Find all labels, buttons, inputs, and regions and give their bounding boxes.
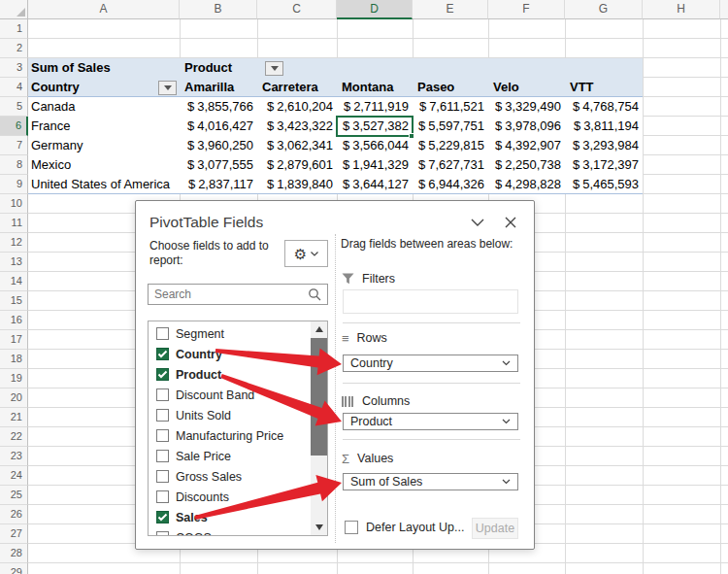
- row-header[interactable]: 28: [0, 544, 28, 563]
- row-header[interactable]: 26: [0, 505, 28, 524]
- pivot-cell[interactable]: Product: [184, 58, 232, 78]
- field-item[interactable]: Units Sold: [149, 405, 313, 425]
- row-header[interactable]: 3: [0, 58, 28, 78]
- column-header[interactable]: G: [565, 0, 643, 19]
- row-header[interactable]: 19: [0, 369, 28, 388]
- pivot-cell[interactable]: $2,879,601: [257, 155, 337, 175]
- values-field-dropdown[interactable]: Sum of Sales: [343, 473, 518, 490]
- row-header[interactable]: 7: [0, 136, 28, 155]
- pivot-cell[interactable]: $2,837,117: [180, 175, 257, 194]
- pivot-cell[interactable]: $3,293,984: [565, 136, 643, 155]
- pivot-cell[interactable]: $3,172,397: [565, 155, 643, 175]
- rows-field-dropdown[interactable]: Country: [343, 355, 518, 372]
- scroll-up-arrow[interactable]: [311, 321, 327, 337]
- columns-field-dropdown[interactable]: Product: [343, 413, 518, 430]
- checkbox[interactable]: [156, 327, 169, 340]
- row-header[interactable]: 27: [0, 524, 28, 544]
- row-header[interactable]: 24: [0, 466, 28, 486]
- scroll-down-arrow[interactable]: [311, 520, 327, 535]
- row-header[interactable]: 18: [0, 350, 28, 369]
- row-header[interactable]: 23: [0, 447, 28, 466]
- column-header[interactable]: A: [28, 0, 180, 19]
- select-all-corner[interactable]: [0, 0, 28, 19]
- checkbox[interactable]: [156, 368, 169, 381]
- field-item[interactable]: Discount Band: [149, 385, 313, 405]
- checkbox[interactable]: [156, 511, 169, 523]
- pivot-cell[interactable]: United States of America: [31, 175, 179, 194]
- pivot-cell[interactable]: $3,960,250: [180, 136, 257, 155]
- collapse-panel-button[interactable]: [469, 214, 486, 231]
- checkbox[interactable]: [156, 348, 169, 360]
- checkbox[interactable]: [156, 388, 169, 401]
- checkbox[interactable]: [156, 470, 169, 483]
- field-item[interactable]: Sales: [149, 507, 313, 527]
- pivot-cell[interactable]: $5,229,815: [413, 136, 488, 155]
- pivot-cell[interactable]: Velo: [493, 78, 519, 97]
- checkbox[interactable]: [156, 450, 169, 462]
- row-header[interactable]: 10: [0, 194, 28, 214]
- pivot-cell[interactable]: $6,944,326: [413, 175, 488, 194]
- pivot-cell[interactable]: Amarilla: [184, 78, 234, 97]
- field-item[interactable]: Manufacturing Price: [149, 425, 313, 446]
- pivot-cell[interactable]: $4,768,754: [565, 97, 643, 117]
- close-panel-button[interactable]: [502, 214, 519, 231]
- pivot-cell[interactable]: Canada: [31, 97, 179, 117]
- row-header[interactable]: 25: [0, 486, 28, 505]
- row-header[interactable]: 9: [0, 175, 28, 194]
- row-header[interactable]: 17: [0, 330, 28, 350]
- pivot-cell[interactable]: $4,016,427: [180, 117, 257, 136]
- row-header[interactable]: 4: [0, 78, 28, 97]
- filters-dropzone[interactable]: [343, 289, 518, 314]
- pivot-cell[interactable]: $1,941,329: [337, 155, 413, 175]
- column-header[interactable]: F: [488, 0, 565, 19]
- row-header-selected[interactable]: 6: [0, 117, 28, 136]
- pivot-cell[interactable]: Paseo: [417, 78, 454, 97]
- pivot-cell[interactable]: Carretera: [262, 78, 318, 97]
- pivot-cell[interactable]: $5,465,593: [565, 175, 643, 194]
- row-header[interactable]: 13: [0, 253, 28, 272]
- row-header[interactable]: 20: [0, 388, 28, 408]
- field-item[interactable]: Discounts: [149, 487, 313, 507]
- pivot-cell[interactable]: $3,329,490: [488, 97, 565, 117]
- column-header[interactable]: E: [413, 0, 488, 19]
- pivot-cell[interactable]: Country: [31, 78, 80, 97]
- scroll-thumb[interactable]: [311, 338, 327, 456]
- update-button[interactable]: Update: [472, 518, 518, 539]
- pivot-cell[interactable]: $3,644,127: [337, 175, 413, 194]
- column-header[interactable]: B: [180, 0, 257, 19]
- row-header[interactable]: 29: [0, 563, 28, 574]
- pivot-cell[interactable]: $7,627,731: [413, 155, 488, 175]
- checkbox[interactable]: [156, 531, 169, 536]
- row-header[interactable]: 11: [0, 214, 28, 233]
- pivot-cell[interactable]: France: [31, 117, 179, 136]
- row-header[interactable]: 1: [0, 19, 28, 39]
- product-filter-button[interactable]: [265, 61, 283, 76]
- field-item[interactable]: Country: [149, 344, 313, 364]
- pivot-cell[interactable]: $3,062,341: [257, 136, 337, 155]
- pivot-cell[interactable]: $4,392,907: [488, 136, 565, 155]
- checkbox[interactable]: [156, 429, 169, 442]
- tools-gear-button[interactable]: ⚙: [284, 240, 328, 267]
- pivot-cell[interactable]: $1,839,840: [257, 175, 337, 194]
- row-header[interactable]: 16: [0, 311, 28, 330]
- column-header[interactable]: [720, 0, 728, 19]
- pivot-cell[interactable]: Sum of Sales: [31, 58, 111, 78]
- field-item[interactable]: Product: [149, 364, 313, 385]
- search-input[interactable]: Search: [148, 284, 328, 305]
- pivot-cell[interactable]: VTT: [570, 78, 594, 97]
- checkbox[interactable]: [156, 409, 169, 422]
- defer-layout-checkbox[interactable]: [345, 521, 358, 534]
- pivot-cell[interactable]: $3,566,044: [337, 136, 413, 155]
- pivot-cell[interactable]: $3,811,194: [565, 117, 643, 136]
- column-header-selected[interactable]: D: [337, 0, 413, 19]
- pivot-cell[interactable]: $2,711,919: [337, 97, 413, 117]
- country-filter-button[interactable]: [158, 81, 177, 95]
- pivot-cell[interactable]: $3,077,555: [180, 155, 257, 175]
- pivot-cell[interactable]: $3,855,766: [180, 97, 257, 117]
- field-item[interactable]: COGS: [149, 527, 313, 536]
- pivot-cell[interactable]: $7,611,521: [413, 97, 488, 117]
- field-item[interactable]: Segment: [149, 323, 313, 344]
- pivot-cell[interactable]: $3,423,322: [257, 117, 337, 136]
- row-header[interactable]: 12: [0, 233, 28, 253]
- pivot-cell[interactable]: $2,610,204: [257, 97, 337, 117]
